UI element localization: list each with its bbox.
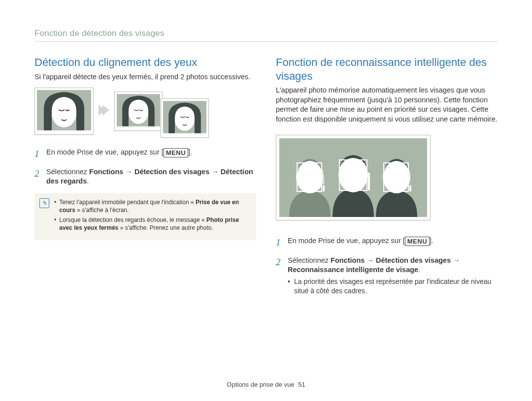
blink-burst [114, 92, 209, 131]
group-photo [276, 135, 431, 220]
footer-text: Options de prise de vue [227, 381, 294, 388]
menu-button: MENU [164, 148, 188, 157]
svg-rect-14 [368, 179, 370, 185]
manual-page: Fonction de détection des visages Détect… [0, 0, 532, 401]
group-faces-illustration [279, 138, 427, 217]
divider [34, 41, 498, 42]
svg-point-11 [338, 157, 368, 192]
svg-rect-10 [323, 179, 325, 185]
step-number: 2 [276, 256, 283, 303]
left-column: Détection du clignement des yeux Si l'ap… [34, 56, 256, 309]
left-step2-text: Sélectionnez Fonctions → Détection des v… [46, 167, 256, 186]
step1-suffix: ]. [430, 237, 433, 245]
columns: Détection du clignement des yeux Si l'ap… [34, 56, 498, 309]
info-item-2: •Lorsque la détection des regards échoue… [54, 216, 251, 232]
menu-button: MENU [405, 237, 430, 246]
right-sub-bullets: •La priorité des visages est représentée… [288, 277, 498, 296]
step1-prefix: En mode Prise de vue, appuyez sur [ [288, 237, 405, 245]
left-step-2: 2 Sélectionnez Fonctions → Détection des… [34, 167, 256, 186]
left-intro: Si l'appareil détecte des yeux fermés, i… [34, 72, 256, 82]
svg-rect-15 [368, 185, 370, 190]
right-steps: 1 En mode Prise de vue, appuyez sur [MEN… [276, 236, 498, 303]
left-steps: 1 En mode Prise de vue, appuyez sur [MEN… [34, 148, 256, 186]
info-item-1: •Tenez l'appareil immobile pendant que l… [54, 198, 251, 214]
svg-rect-18 [409, 185, 411, 191]
right-column: Fonction de reconnaissance intelligente … [276, 56, 498, 309]
info-list: •Tenez l'appareil immobile pendant que l… [54, 198, 251, 234]
step1-prefix: En mode Prise de vue, appuyez sur [ [46, 148, 164, 156]
right-step-1: 1 En mode Prise de vue, appuyez sur [MEN… [276, 236, 498, 249]
step-number: 2 [34, 167, 41, 186]
right-title: Fonction de reconnaissance intelligente … [276, 56, 498, 83]
step-number: 1 [276, 236, 283, 249]
blink-single-photo [34, 88, 94, 135]
right-intro: L'appareil photo mémorise automatiquemen… [276, 86, 498, 124]
right-step2-text: Sélectionnez Fonctions → Détection des v… [288, 256, 460, 274]
blink-thumbs [34, 88, 256, 135]
right-step-2: 2 Sélectionnez Fonctions → Détection des… [276, 256, 498, 303]
page-number: 51 [298, 381, 305, 388]
blink-burst-photo-1 [114, 92, 163, 131]
info-box: ✎ •Tenez l'appareil immobile pendant que… [34, 193, 256, 240]
arrow-right-icon [98, 103, 110, 120]
page-footer: Options de prise de vue 51 [0, 381, 532, 388]
step-number: 1 [34, 148, 41, 160]
right-sub-bullet: •La priorité des visages est représentée… [288, 277, 498, 296]
step1-suffix: ]. [188, 148, 192, 156]
info-icon: ✎ [39, 198, 49, 208]
svg-rect-13 [368, 173, 370, 179]
left-step-1: 1 En mode Prise de vue, appuyez sur [MEN… [34, 148, 256, 160]
left-title: Détection du clignement des yeux [34, 56, 256, 69]
section-label: Fonction de détection des visages [34, 29, 498, 38]
svg-rect-9 [323, 185, 325, 191]
blink-burst-photo-2 [161, 98, 209, 138]
